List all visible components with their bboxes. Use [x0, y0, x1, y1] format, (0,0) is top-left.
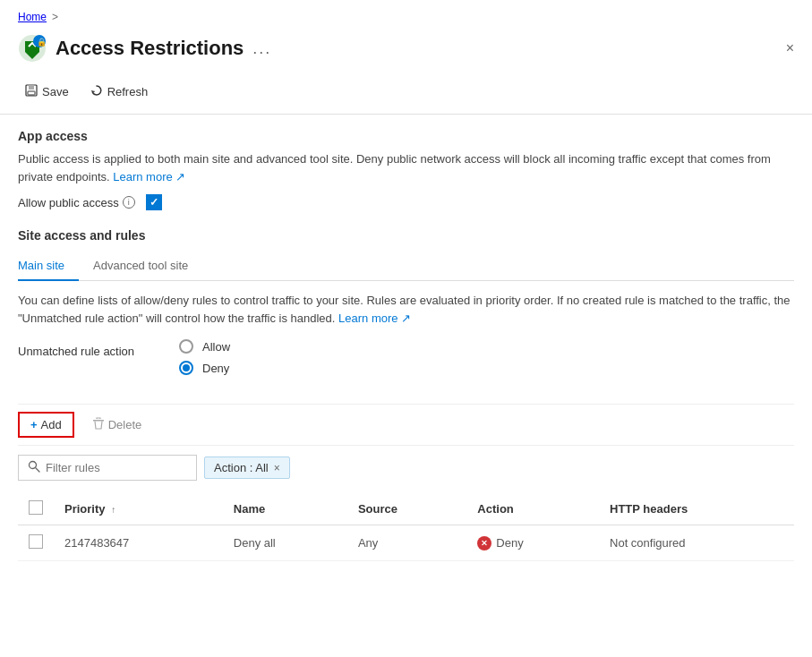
table-header-checkbox: [18, 493, 54, 525]
allow-public-access-row: Allow public access i: [18, 194, 794, 210]
external-link-icon-2: ↗: [401, 311, 411, 325]
refresh-label: Refresh: [107, 85, 149, 98]
search-icon: [28, 460, 40, 475]
action-filter-badge: Action : All ×: [204, 456, 290, 479]
breadcrumb-home[interactable]: Home: [18, 11, 47, 23]
app-access-learn-more[interactable]: Learn more ↗: [113, 170, 185, 183]
radio-allow-label: Allow: [202, 340, 230, 354]
page-header: 🔒 Access Restrictions ... ×: [0, 30, 812, 73]
row-name: Deny all: [223, 525, 347, 561]
deny-badge: Deny: [477, 536, 588, 550]
radio-deny-label: Deny: [202, 362, 229, 375]
svg-text:🔒: 🔒: [37, 37, 47, 47]
save-button[interactable]: Save: [18, 81, 76, 103]
site-access-title: Site access and rules: [18, 228, 794, 243]
add-button[interactable]: + Add: [18, 412, 74, 438]
row-source: Any: [347, 525, 466, 561]
svg-rect-6: [93, 420, 104, 422]
tab-main-site[interactable]: Main site: [18, 252, 79, 281]
row-checkbox[interactable]: [29, 534, 43, 549]
refresh-button[interactable]: Refresh: [83, 81, 156, 103]
row-http-headers: Not configured: [599, 525, 794, 561]
page-icon: 🔒: [18, 34, 47, 63]
table-body: 2147483647 Deny all Any Deny Not configu…: [18, 525, 794, 561]
site-access-section: Site access and rules Main site Advanced…: [18, 228, 794, 561]
app-access-title: App access: [18, 129, 794, 143]
row-checkbox-cell: [18, 525, 54, 561]
action-badge-label: Action : All: [214, 461, 269, 474]
header-left: 🔒 Access Restrictions ...: [18, 34, 271, 63]
page-title: Access Restrictions: [56, 37, 244, 60]
access-restrictions-page: Home > 🔒 Access Restrictions ... ×: [0, 0, 812, 657]
table-header: Priority ↑ Name Source Action HTTP heade…: [18, 493, 794, 525]
more-options-button[interactable]: ...: [252, 39, 271, 58]
rules-description: You can define lists of allow/deny rules…: [18, 292, 794, 327]
tab-advanced-tool-site[interactable]: Advanced tool site: [93, 252, 202, 281]
radio-group: Allow Deny: [179, 339, 230, 375]
radio-allow[interactable]: [179, 339, 193, 354]
svg-rect-5: [28, 91, 35, 95]
page-content: App access Public access is applied to b…: [0, 115, 812, 576]
allow-public-label: Allow public access i: [18, 196, 135, 209]
breadcrumb-separator: >: [52, 11, 58, 23]
table-header-action: Action: [466, 493, 599, 525]
filter-input-container[interactable]: [18, 455, 197, 481]
priority-sort-icon: ↑: [111, 505, 115, 515]
clear-action-filter-button[interactable]: ×: [274, 462, 280, 474]
allow-public-info-icon[interactable]: i: [123, 196, 135, 209]
add-icon: +: [30, 418, 38, 431]
rules-toolbar: + Add Delete: [18, 404, 794, 446]
allow-public-checkbox[interactable]: [146, 194, 162, 210]
unmatched-rule-row: Unmatched rule action Allow Deny: [18, 339, 794, 389]
svg-rect-4: [29, 85, 34, 90]
delete-label: Delete: [108, 418, 142, 431]
radio-deny[interactable]: [179, 361, 193, 375]
filter-rules-input[interactable]: [46, 461, 187, 474]
row-priority: 2147483647: [54, 525, 223, 561]
radio-allow-row: Allow: [179, 339, 230, 354]
save-icon: [25, 84, 38, 99]
table-row: 2147483647 Deny all Any Deny Not configu…: [18, 525, 794, 561]
svg-line-8: [36, 468, 39, 472]
table-header-http-headers: HTTP headers: [599, 493, 794, 525]
rules-table: Priority ↑ Name Source Action HTTP heade…: [18, 493, 794, 561]
save-label: Save: [42, 85, 69, 98]
close-button[interactable]: ×: [786, 40, 794, 56]
external-link-icon: ↗: [175, 170, 185, 183]
table-header-name: Name: [223, 493, 347, 525]
table-header-source: Source: [347, 493, 466, 525]
filter-row: Action : All ×: [18, 455, 794, 481]
unmatched-label: Unmatched rule action: [18, 339, 143, 358]
delete-icon: [92, 417, 105, 432]
rules-learn-more[interactable]: Learn more ↗: [338, 311, 411, 325]
toolbar: Save Refresh: [0, 73, 812, 115]
app-access-description: Public access is applied to both main si…: [18, 150, 794, 185]
deny-icon: [477, 536, 491, 550]
radio-deny-row: Deny: [179, 361, 230, 375]
add-label: Add: [41, 418, 62, 431]
table-header-priority: Priority ↑: [54, 493, 223, 525]
svg-point-7: [30, 462, 37, 469]
delete-button[interactable]: Delete: [81, 413, 153, 437]
site-tabs: Main site Advanced tool site: [18, 252, 794, 281]
app-access-section: App access Public access is applied to b…: [18, 129, 794, 210]
breadcrumb: Home >: [0, 0, 812, 30]
select-all-checkbox[interactable]: [29, 500, 43, 515]
row-action: Deny: [466, 525, 599, 561]
refresh-icon: [90, 84, 103, 99]
